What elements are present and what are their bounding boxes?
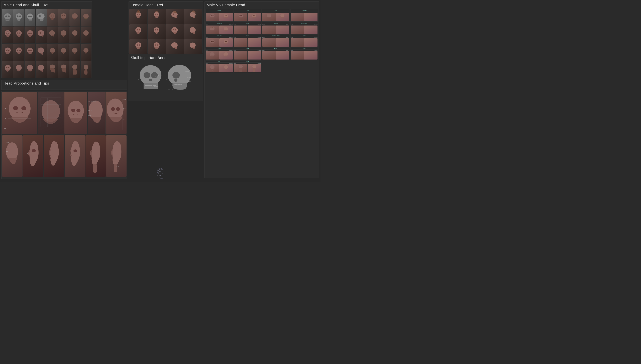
female-render-cell [184,39,202,54]
svg-rect-109 [153,85,154,86]
svg-point-72 [139,14,140,15]
skull-bones-title: Skull Important Bones [129,54,203,61]
svg-point-92 [190,27,196,33]
svg-point-50 [17,50,18,51]
svg-point-61 [6,67,7,68]
svg-text:1/3: 1/3 [4,118,6,120]
female-render-cell [148,24,165,39]
svg-text:Parietal: Parietal [154,68,158,70]
svg-point-21 [53,16,54,16]
svg-point-41 [49,30,55,36]
head-proportions-section: Head Proportions and Tips [1,80,127,90]
female-render-cell [148,39,165,54]
svg-text:Eye: Eye [88,110,90,111]
svg-point-167 [224,65,228,69]
svg-point-79 [173,14,174,15]
mvf-cheekbones-label: CHEEKBONES [262,35,289,37]
svg-point-169 [252,65,256,68]
render-cell [58,44,69,61]
svg-rect-125 [174,84,176,85]
svg-point-15 [37,13,45,19]
male-head-section: Male Head and Skull - Ref [1,1,92,78]
svg-point-30 [6,33,7,34]
female-render-cell [184,24,202,39]
female-head-title: Female Head - Ref [129,2,203,8]
svg-point-93 [135,42,141,48]
mvf-eyes-label: EYES [291,35,318,37]
svg-point-27 [83,14,89,19]
svg-rect-108 [151,85,152,86]
svg-point-97 [155,44,156,46]
svg-rect-5 [7,19,8,20]
svg-text:Crown: Crown [6,142,9,143]
svg-point-56 [50,48,55,53]
svg-point-88 [157,29,158,30]
render-cell [36,9,47,26]
render-cell [2,44,13,61]
svg-point-201 [111,107,115,111]
svg-text:Base: Base [88,115,91,116]
head-proportions-title: Head Proportions and Tips [2,80,127,87]
render-cell [58,9,69,26]
svg-point-7 [16,13,22,19]
svg-point-166 [210,65,214,69]
svg-point-2 [5,16,7,17]
svg-text:Temporal: Temporal [187,77,191,78]
svg-rect-107 [149,85,151,86]
svg-point-90 [173,29,174,30]
render-cell [13,9,24,26]
svg-point-19 [49,13,56,19]
svg-point-151 [252,14,256,18]
svg-point-84 [137,29,138,30]
svg-point-98 [157,44,158,46]
render-cell [36,26,47,44]
svg-point-80 [173,11,176,13]
svg-text:Eye: Eye [27,150,28,150]
svg-rect-126 [176,84,177,85]
render-cell [70,9,80,26]
svg-point-46 [6,50,7,51]
svg-point-143 [211,15,212,16]
svg-point-149 [239,15,240,16]
svg-point-71 [137,14,138,15]
mvf-ears-label: EARS [206,48,233,50]
svg-point-62 [8,67,9,68]
female-render-cell [166,39,184,54]
svg-point-168 [239,65,243,68]
svg-point-37 [28,33,30,34]
svg-point-146 [225,15,226,16]
watermark: RR RRCG 人人素材 [157,168,163,180]
render-cell [25,44,35,61]
svg-point-83 [135,27,141,33]
page-container: Male Head and Skull - Ref [0,0,320,182]
svg-point-74 [137,10,140,12]
svg-text:RR: RR [159,171,161,172]
svg-point-147 [226,15,227,16]
render-cell [47,9,58,26]
render-cell [70,44,80,61]
render-cell [36,44,47,61]
svg-rect-6 [8,19,9,20]
render-cell [25,61,35,78]
render-cell [81,61,92,78]
svg-point-160 [212,41,214,42]
svg-marker-8 [17,19,21,21]
svg-point-189 [77,109,81,112]
female-render-cell [166,24,184,39]
svg-line-139 [172,88,174,90]
svg-text:Top: Top [88,101,90,102]
render-cell [81,9,92,26]
svg-point-9 [17,15,19,17]
svg-text:Eyes: Eyes [6,151,8,152]
svg-text:1/3: 1/3 [4,108,6,109]
svg-point-55 [38,48,44,53]
male-head-title: Male Head and Skull - Ref [2,2,92,8]
render-cell [2,9,13,26]
svg-rect-1 [6,19,10,21]
svg-point-103 [144,72,150,78]
svg-point-188 [71,109,75,112]
watermark-company: RRCG [157,175,163,177]
svg-point-34 [17,32,19,34]
svg-text:Maxilla: Maxilla [156,75,159,76]
mvf-chin-label: CHIN [291,48,318,50]
